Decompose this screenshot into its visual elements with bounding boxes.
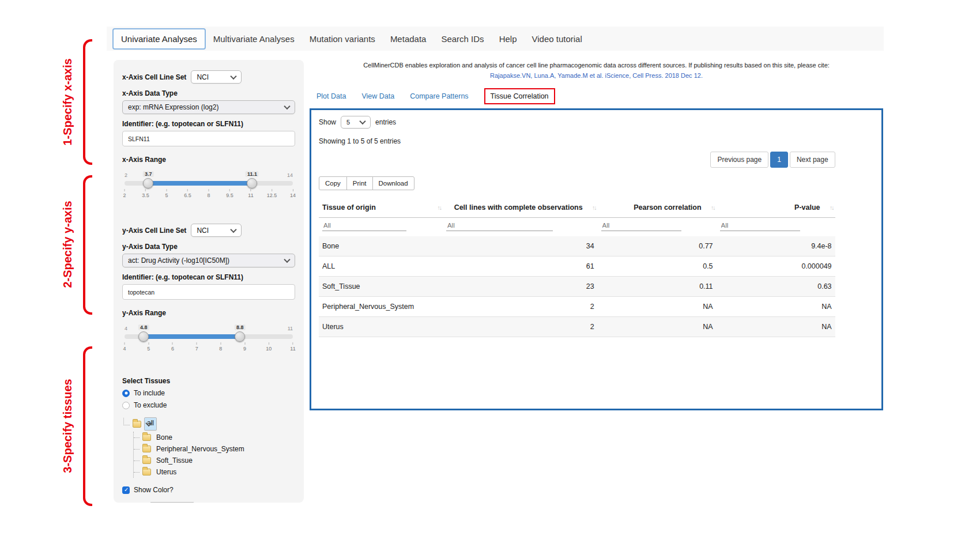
table-row[interactable]: Soft_Tissue 23 0.11 0.63 (319, 277, 835, 297)
annotation-step2-bracket (83, 175, 92, 315)
sort-icon[interactable] (437, 204, 441, 211)
y-range-high-value: 8.8 (235, 324, 246, 330)
tick-label: 5 (147, 342, 150, 352)
sort-icon[interactable] (711, 204, 715, 211)
current-page-button[interactable]: 1 (770, 152, 788, 168)
cell-tissue: ALL (319, 256, 443, 277)
x-range-min-label: 2 (125, 172, 127, 178)
tree-item-soft-tissue[interactable]: Soft_Tissue (134, 455, 295, 466)
cell-tissue: Peripheral_Nervous_System (319, 297, 443, 317)
to-exclude-option[interactable]: To exclude (122, 401, 295, 409)
y-range-track[interactable] (125, 334, 293, 339)
to-include-option[interactable]: To include (122, 389, 295, 397)
previous-page-button[interactable]: Previous page (710, 152, 768, 168)
filter-input-pearson[interactable] (601, 220, 682, 231)
top-nav: Univariate Analyses Multivariate Analyse… (107, 27, 884, 51)
page-length-value: 5 (346, 119, 350, 126)
cell-tissue: Soft_Tissue (319, 277, 443, 297)
y-range-label: y-Axis Range (122, 309, 295, 317)
tree-children: Bone Peripheral_Nervous_System Soft_Tiss… (133, 432, 295, 478)
table-info: Showing 1 to 5 of 5 entries (319, 137, 874, 145)
tree-item-all[interactable]: all (123, 416, 295, 432)
y-range-handle-high[interactable] (235, 331, 245, 342)
filter-input-cell-lines[interactable] (446, 220, 553, 231)
page-length-select[interactable]: 5 (341, 116, 371, 129)
tree-item-no-selection[interactable]: no_selection (129, 501, 295, 503)
nav-tab-univariate-analyses[interactable]: Univariate Analyses (112, 28, 206, 50)
next-page-button[interactable]: Next page (790, 152, 835, 168)
tree-item-label: Peripheral_Nervous_System (154, 444, 247, 454)
citation-reference-link[interactable]: Rajapakse.VN, Luna.A, Yamade.M et al. iS… (310, 70, 883, 81)
column-header-tissue-of-origin[interactable]: Tissue of origin (319, 198, 443, 218)
y-identifier-label: Identifier: (e.g. topotecan or SLFN11) (122, 273, 295, 281)
tab-compare-patterns[interactable]: Compare Patterns (410, 92, 468, 100)
copy-button[interactable]: Copy (319, 176, 347, 190)
x-cell-line-set-select[interactable]: NCI (191, 70, 242, 84)
y-range-tick-labels: 4 5 6 7 8 9 10 11 (125, 342, 293, 355)
nav-tab-video-tutorial[interactable]: Video tutorial (524, 29, 589, 48)
folder-icon (133, 421, 141, 428)
x-range-handle-high[interactable] (247, 178, 257, 188)
x-identifier-input[interactable] (122, 131, 295, 146)
nav-tab-mutation-variants[interactable]: Mutation variants (302, 29, 383, 48)
tree-item-label: Bone (154, 433, 175, 442)
tab-view-data[interactable]: View Data (361, 92, 394, 100)
tree-item-peripheral-nervous-system[interactable]: Peripheral_Nervous_System (134, 443, 295, 455)
table-row[interactable]: Peripheral_Nervous_System 2 NA NA (319, 297, 835, 317)
table-row[interactable]: ALL 61 0.5 0.000049 (319, 256, 835, 277)
column-header-p-value[interactable]: P-value (717, 198, 835, 218)
correlation-table: Tissue of origin Cell lines with complet… (319, 198, 835, 337)
y-cell-line-set-label: y-Axis Cell Line Set (122, 227, 186, 235)
y-range-handle-low[interactable] (138, 331, 149, 342)
nav-tab-multivariate-analyses[interactable]: Multivariate Analyses (206, 29, 302, 48)
page: 1-Specify x-axis 2-Specify y-axis 3-Spec… (0, 0, 980, 551)
x-data-type-select[interactable]: exp: mRNA Expression (log2) (122, 100, 295, 114)
cell-pearson: NA (598, 317, 717, 337)
cell-pearson: 0.5 (598, 256, 717, 277)
y-range-min-label: 4 (125, 326, 127, 331)
sort-icon[interactable] (592, 204, 596, 211)
tree-item-uterus[interactable]: Uterus (134, 466, 295, 478)
tab-tissue-correlation[interactable]: Tissue Correlation (484, 88, 555, 104)
y-data-type-select[interactable]: act: Drug Activity (-log10[IC50M]) (122, 254, 295, 267)
to-exclude-label: To exclude (134, 401, 167, 409)
cell-pearson: NA (598, 297, 717, 317)
x-range-handle-low[interactable] (143, 178, 153, 188)
column-header-pearson-correlation[interactable]: Pearson correlation (598, 198, 717, 218)
x-range-fill (148, 181, 252, 186)
y-identifier-input[interactable] (122, 284, 295, 300)
show-color-checkbox[interactable] (122, 486, 130, 494)
tree-item-bone[interactable]: Bone (134, 432, 295, 443)
nav-tab-metadata[interactable]: Metadata (383, 29, 434, 48)
tick-label: 7 (195, 342, 198, 352)
x-cell-line-set-value: NCI (197, 73, 209, 81)
annotation-step1-label: 1-Specify x-axis (61, 58, 74, 145)
table-row[interactable]: Bone 34 0.77 9.4e-8 (319, 236, 835, 256)
table-header-row: Tissue of origin Cell lines with complet… (319, 198, 835, 218)
tab-plot-data[interactable]: Plot Data (316, 92, 346, 100)
nav-tab-help[interactable]: Help (492, 29, 525, 48)
tick-label: 6 (171, 342, 174, 352)
tick-label: 12.5 (267, 189, 277, 198)
download-button[interactable]: Download (372, 176, 414, 190)
print-button[interactable]: Print (346, 176, 373, 190)
show-color-option[interactable]: Show Color? (122, 486, 295, 494)
x-range-slider[interactable]: 2 14 3.7 11.1 2 3.5 5 6.5 8 9.5 11 12.5 … (125, 181, 293, 202)
y-cell-line-set-value: NCI (197, 227, 209, 235)
tree-connector (129, 503, 135, 503)
annotation-step1-bracket (83, 39, 92, 165)
column-header-cell-lines[interactable]: Cell lines with complete observations (443, 198, 598, 218)
table-row[interactable]: Uterus 2 NA NA (319, 317, 835, 337)
y-range-slider[interactable]: 4 11 4.8 8.8 4 5 6 7 8 9 10 11 (125, 334, 293, 355)
x-data-type-label: x-Axis Data Type (122, 89, 295, 97)
sort-icon[interactable] (830, 204, 834, 211)
tick-label: 4 (123, 342, 126, 352)
to-exclude-radio[interactable] (122, 402, 130, 409)
filter-input-p-value[interactable] (720, 220, 801, 231)
to-include-radio[interactable] (122, 390, 130, 397)
x-range-track[interactable] (125, 181, 293, 186)
filter-input-tissue[interactable] (322, 220, 406, 231)
y-cell-line-set-select[interactable]: NCI (191, 224, 242, 237)
nav-tab-search-ids[interactable]: Search IDs (434, 29, 491, 48)
tick-label: 11 (290, 342, 295, 352)
